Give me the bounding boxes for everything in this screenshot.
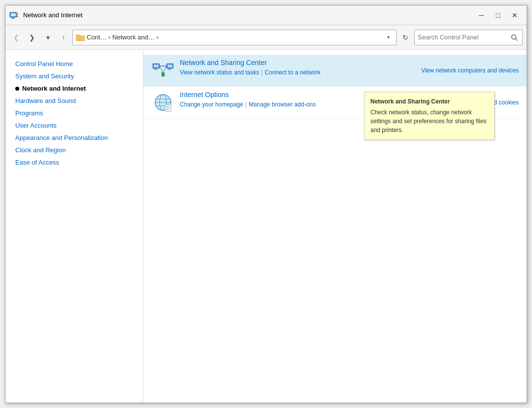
title-bar-controls: ─ □ ✕ — [473, 8, 523, 22]
sidebar-item-clock-and-region[interactable]: Clock and Region — [5, 144, 143, 156]
sidebar-label-clock-and-region: Clock and Region — [15, 146, 66, 154]
address-dropdown-button[interactable]: ▾ — [383, 31, 393, 44]
svg-line-21 — [160, 66, 163, 72]
svg-rect-12 — [154, 65, 159, 68]
window-icon — [9, 10, 19, 20]
svg-rect-2 — [12, 17, 14, 18]
navigation-bar: ❮ ❯ ▾ ↑ Cont… › Network and… › ▾ ↻ — [5, 25, 527, 50]
svg-rect-13 — [155, 68, 157, 69]
network-sharing-links: View network status and tasks | Connect … — [180, 69, 405, 76]
active-indicator — [15, 87, 19, 91]
title-bar: Network and Internet ─ □ ✕ — [5, 5, 527, 25]
sidebar-item-programs[interactable]: Programs — [5, 107, 143, 119]
svg-rect-8 — [76, 35, 85, 40]
close-button[interactable]: ✕ — [507, 8, 523, 22]
sidebar-label-appearance-and-personalization: Appearance and Personalization — [15, 134, 108, 141]
network-extra-links: View network computers and devices — [410, 59, 519, 82]
search-input[interactable] — [418, 34, 507, 41]
search-button[interactable] — [509, 33, 519, 42]
recent-locations-button[interactable]: ▾ — [41, 31, 55, 44]
back-button[interactable]: ❮ — [9, 31, 23, 44]
address-text: Cont… › Network and… › — [87, 34, 381, 41]
svg-point-4 — [16, 13, 18, 15]
network-icon-svg — [152, 60, 174, 81]
internet-icon-svg — [152, 92, 174, 113]
svg-rect-3 — [11, 18, 15, 19]
sidebar-item-hardware-and-sound[interactable]: Hardware and Sound — [5, 95, 143, 107]
sidebar-label-network-and-internet: Network and Internet — [22, 85, 86, 92]
network-sharing-main: Network and Sharing Center View network … — [180, 59, 405, 82]
svg-rect-20 — [162, 72, 165, 76]
svg-line-22 — [163, 66, 166, 72]
up-button[interactable]: ↑ — [57, 31, 70, 44]
internet-options-icon — [151, 91, 175, 114]
connect-to-network-link[interactable]: Connect to a network — [265, 69, 320, 76]
change-homepage-link[interactable]: Change your homepage — [180, 101, 243, 108]
minimize-button[interactable]: ─ — [473, 8, 489, 22]
network-sharing-center-link[interactable]: Network and Sharing Center — [180, 59, 267, 67]
sidebar-item-system-and-security[interactable]: System and Security — [5, 70, 143, 82]
sidebar-label-programs: Programs — [15, 109, 43, 117]
svg-rect-1 — [11, 13, 16, 16]
view-network-computers-link[interactable]: View network computers and devices — [421, 67, 519, 74]
main-window: Network and Internet ─ □ ✕ ❮ ❯ ▾ ↑ Cont…… — [5, 5, 527, 403]
svg-rect-18 — [167, 69, 171, 70]
main-content: Control Panel Home System and Security N… — [5, 50, 527, 403]
sidebar-item-network-and-internet: Network and Internet — [5, 82, 143, 95]
svg-rect-17 — [168, 68, 170, 69]
window-title: Network and Internet — [23, 11, 473, 19]
sidebar-item-user-accounts[interactable]: User Accounts — [5, 119, 143, 132]
separator-2: | — [245, 101, 247, 108]
sidebar-item-ease-of-access[interactable]: Ease of Access — [5, 156, 143, 169]
sidebar-label-system-and-security: System and Security — [15, 72, 74, 80]
svg-point-5 — [16, 15, 18, 17]
sidebar-label-ease-of-access: Ease of Access — [15, 159, 59, 166]
sidebar-item-control-panel-home[interactable]: Control Panel Home — [5, 58, 143, 70]
separator-1: | — [261, 69, 263, 76]
internet-options-link[interactable]: Internet Options — [180, 91, 229, 99]
maximize-button[interactable]: □ — [490, 8, 506, 22]
refresh-button[interactable]: ↻ — [399, 31, 412, 44]
svg-line-10 — [516, 38, 518, 40]
sidebar-label-user-accounts: User Accounts — [15, 122, 57, 129]
svg-rect-14 — [154, 69, 158, 70]
tooltip-body: Check network status, change network set… — [370, 108, 488, 135]
sidebar: Control Panel Home System and Security N… — [5, 50, 143, 403]
search-box — [414, 30, 523, 45]
search-icon — [511, 34, 518, 41]
network-sharing-center-row: Network and Sharing Center View network … — [143, 55, 527, 87]
sidebar-label-control-panel-home: Control Panel Home — [15, 60, 73, 68]
svg-rect-16 — [167, 65, 172, 68]
network-sharing-icon — [151, 59, 175, 82]
sidebar-label-hardware-and-sound: Hardware and Sound — [15, 97, 76, 104]
manage-addons-link[interactable]: Manage browser add-ons — [249, 101, 316, 108]
tooltip: Network and Sharing Center Check network… — [364, 92, 495, 140]
sidebar-item-appearance-and-personalization[interactable]: Appearance and Personalization — [5, 132, 143, 144]
content-area: Network and Sharing Center View network … — [143, 50, 527, 403]
tooltip-title: Network and Sharing Center — [370, 97, 488, 106]
forward-button[interactable]: ❯ — [25, 31, 39, 44]
address-folder-icon — [76, 34, 85, 41]
address-bar[interactable]: Cont… › Network and… › ▾ — [72, 30, 397, 45]
view-network-status-link[interactable]: View network status and tasks — [180, 69, 259, 76]
